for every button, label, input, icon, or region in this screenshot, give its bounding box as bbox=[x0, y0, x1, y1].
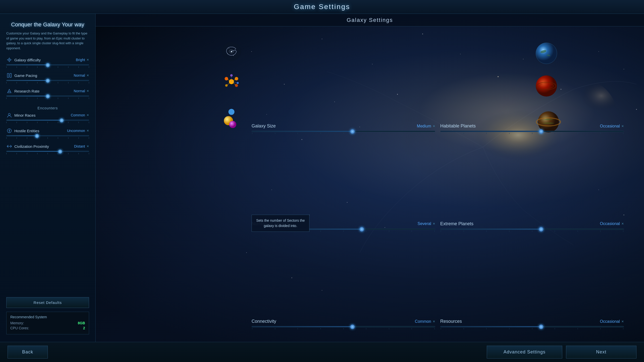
habitable-planets-value: Occasional ✕ bbox=[600, 124, 624, 128]
civilization-proximity-reset[interactable]: ✕ bbox=[87, 145, 89, 148]
galaxy-difficulty-value: Bright ✕ bbox=[76, 58, 89, 62]
extreme-planets-setting: Extreme Planets Occasional ✕ bbox=[440, 142, 624, 234]
resources-slider[interactable] bbox=[440, 326, 624, 327]
hostile-entities-value: Uncommon ✕ bbox=[67, 129, 89, 133]
galaxy-size-label: Galaxy Size bbox=[252, 123, 276, 129]
minor-races-reset[interactable]: ✕ bbox=[87, 113, 89, 117]
minor-races-slider[interactable] bbox=[6, 120, 89, 121]
connectivity-slider[interactable] bbox=[252, 326, 435, 327]
window-title: Game Settings bbox=[294, 3, 350, 11]
connectivity-illustration bbox=[219, 104, 244, 130]
svg-rect-6 bbox=[7, 73, 9, 77]
galaxy-difficulty-slider[interactable] bbox=[6, 64, 89, 65]
connectivity-setting: Connectivity Common ✕ bbox=[252, 239, 435, 332]
hostile-entities-ticks bbox=[6, 137, 89, 139]
top-bar: Game Settings bbox=[0, 0, 644, 14]
connectivity-value: Common ✕ bbox=[415, 319, 435, 324]
extreme-planets-reset[interactable]: ✕ bbox=[621, 222, 624, 225]
extreme-planets-slider[interactable] bbox=[440, 229, 624, 230]
connectivity-label: Connectivity bbox=[252, 319, 276, 324]
resources-ticks bbox=[440, 328, 624, 329]
number-of-sectors-illustration bbox=[221, 72, 242, 93]
svg-point-1 bbox=[9, 59, 10, 60]
cpu-label: CPU Cores: bbox=[10, 326, 29, 330]
svg-point-58 bbox=[233, 55, 234, 56]
hostile-entities-slider[interactable] bbox=[6, 135, 89, 136]
memory-label: Memory: bbox=[10, 321, 24, 325]
game-pacing-setting: Game Pacing Normal ✕ bbox=[6, 72, 89, 83]
connectivity-reset[interactable]: ✕ bbox=[433, 320, 435, 323]
left-panel: Conquer the Galaxy Your way Customize yo… bbox=[0, 14, 96, 342]
game-pacing-reset[interactable]: ✕ bbox=[87, 74, 89, 77]
galaxy-settings-title: Galaxy Settings bbox=[347, 17, 393, 23]
hostile-entities-icon bbox=[6, 128, 12, 134]
svg-point-77 bbox=[228, 109, 234, 115]
resources-reset[interactable]: ✕ bbox=[621, 320, 624, 323]
minor-races-ticks bbox=[6, 122, 89, 123]
civilization-proximity-setting: Civilization Proximity Distant ✕ bbox=[6, 143, 89, 154]
recommended-title: Recommended System bbox=[10, 315, 85, 319]
hostile-entities-reset[interactable]: ✕ bbox=[87, 129, 89, 132]
minor-races-setting: Minor Races Common ✕ bbox=[6, 112, 89, 123]
svg-point-12 bbox=[9, 130, 10, 131]
number-of-sectors-reset[interactable]: ✕ bbox=[433, 222, 435, 225]
svg-point-57 bbox=[227, 53, 228, 54]
extreme-planets-value: Occasional ✕ bbox=[600, 221, 624, 226]
svg-point-9 bbox=[8, 113, 10, 115]
svg-point-21 bbox=[422, 34, 423, 34]
svg-point-56 bbox=[235, 49, 235, 50]
resources-setting: Resources Occasional ✕ bbox=[440, 239, 624, 332]
memory-value: 8GB bbox=[78, 321, 85, 325]
research-rate-value: Normal ✕ bbox=[74, 89, 89, 93]
civilization-proximity-slider[interactable] bbox=[6, 151, 89, 152]
habitable-planets-reset[interactable]: ✕ bbox=[621, 124, 624, 128]
galaxy-difficulty-setting: Galaxy difficulty Bright ✕ bbox=[6, 57, 89, 68]
galaxy-size-ticks bbox=[252, 133, 435, 134]
civilization-proximity-icon bbox=[6, 143, 12, 149]
resources-value: Occasional ✕ bbox=[600, 319, 624, 324]
minor-races-icon bbox=[6, 112, 12, 118]
habitable-planets-slider[interactable] bbox=[440, 131, 624, 132]
memory-row: Memory: 8GB bbox=[10, 321, 85, 325]
back-button[interactable]: Back bbox=[8, 346, 48, 358]
minor-races-label: Minor Races bbox=[6, 112, 35, 118]
game-pacing-value: Normal ✕ bbox=[74, 73, 89, 77]
svg-rect-7 bbox=[10, 73, 11, 77]
research-rate-setting: Research Rate Normal ✕ bbox=[6, 88, 89, 99]
number-of-sectors-setting: Number of Sectors Several ✕ bbox=[252, 142, 435, 234]
cpu-value: 2 bbox=[83, 326, 85, 330]
next-button[interactable]: Next bbox=[566, 346, 636, 358]
galaxy-difficulty-icon bbox=[6, 57, 12, 63]
svg-point-55 bbox=[231, 51, 232, 52]
galaxy-size-value: Medium ✕ bbox=[417, 124, 435, 128]
main-layout: Conquer the Galaxy Your way Customize yo… bbox=[0, 14, 644, 342]
left-panel-heading: Conquer the Galaxy Your way bbox=[6, 21, 89, 28]
hostile-entities-label: Hostile Entities bbox=[6, 128, 39, 134]
galaxy-difficulty-label: Galaxy difficulty bbox=[6, 57, 41, 63]
galaxy-difficulty-reset[interactable]: ✕ bbox=[87, 58, 89, 62]
habitable-planets-label: Habitable Planets bbox=[440, 123, 476, 129]
galaxy-size-slider[interactable] bbox=[252, 131, 435, 132]
number-of-sectors-value: Several ✕ bbox=[418, 221, 435, 226]
research-rate-slider[interactable] bbox=[6, 96, 89, 97]
civilization-proximity-value: Distant ✕ bbox=[74, 144, 89, 148]
extreme-planets-ticks bbox=[440, 231, 624, 232]
game-pacing-label: Game Pacing bbox=[6, 72, 37, 78]
galaxy-panel: Galaxy Settings bbox=[96, 14, 644, 342]
galaxy-size-setting: Galaxy Size Medium ✕ bbox=[252, 44, 435, 137]
connectivity-ticks bbox=[252, 328, 435, 329]
galaxy-size-reset[interactable]: ✕ bbox=[433, 124, 435, 128]
game-pacing-slider[interactable] bbox=[6, 80, 89, 81]
svg-point-79 bbox=[229, 121, 236, 128]
bottom-right-buttons: Advanced Settings Next bbox=[487, 346, 636, 358]
encounters-label: Encounters bbox=[6, 106, 89, 110]
research-rate-label: Research Rate bbox=[6, 88, 39, 94]
research-rate-reset[interactable]: ✕ bbox=[87, 89, 89, 93]
civilization-proximity-ticks bbox=[6, 153, 89, 154]
hostile-entities-setting: Hostile Entities Uncommon ✕ bbox=[6, 128, 89, 139]
advanced-settings-button[interactable]: Advanced Settings bbox=[487, 346, 562, 358]
svg-point-34 bbox=[636, 109, 637, 110]
cpu-row: CPU Cores: 2 bbox=[10, 326, 85, 330]
recommended-system-box: Recommended System Memory: 8GB CPU Cores… bbox=[6, 312, 89, 334]
reset-defaults-button[interactable]: Reset Defaults bbox=[6, 297, 89, 308]
